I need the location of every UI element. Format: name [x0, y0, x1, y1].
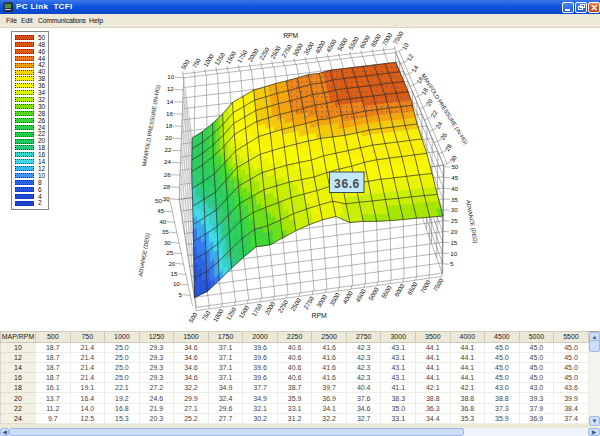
svg-text:36.6: 36.6 — [334, 177, 360, 191]
svg-text:20: 20 — [168, 260, 175, 267]
svg-text:20: 20 — [451, 228, 458, 235]
svg-text:10: 10 — [450, 250, 457, 257]
svg-text:750: 750 — [200, 309, 212, 322]
svg-text:1000: 1000 — [202, 52, 215, 68]
svg-text:3500: 3500 — [328, 291, 341, 307]
svg-text:20: 20 — [165, 134, 172, 141]
svg-text:1250: 1250 — [224, 305, 237, 321]
svg-text:10: 10 — [173, 280, 180, 287]
svg-text:2250: 2250 — [276, 298, 289, 314]
svg-text:1250: 1250 — [213, 51, 226, 67]
svg-text:2750: 2750 — [280, 43, 293, 59]
svg-text:35: 35 — [162, 228, 169, 235]
svg-text:RPM: RPM — [283, 32, 298, 39]
svg-text:750: 750 — [191, 56, 203, 69]
svg-text:5000: 5000 — [367, 286, 380, 302]
svg-text:7500: 7500 — [431, 277, 444, 293]
svg-text:25: 25 — [166, 249, 173, 256]
svg-text:10: 10 — [167, 73, 174, 80]
svg-text:1750: 1750 — [235, 48, 248, 64]
svg-text:24: 24 — [164, 158, 171, 165]
svg-text:500: 500 — [187, 311, 199, 324]
svg-text:45: 45 — [157, 207, 164, 214]
svg-text:50: 50 — [155, 197, 162, 204]
svg-text:26: 26 — [164, 171, 171, 178]
svg-text:5500: 5500 — [347, 35, 360, 51]
svg-text:16: 16 — [166, 110, 173, 117]
svg-text:6500: 6500 — [406, 280, 419, 296]
svg-text:40: 40 — [159, 218, 166, 225]
svg-text:6000: 6000 — [393, 282, 406, 298]
svg-text:4500: 4500 — [324, 38, 337, 54]
svg-text:1500: 1500 — [224, 49, 237, 65]
svg-text:50: 50 — [451, 163, 458, 170]
svg-text:15: 15 — [171, 270, 178, 277]
svg-text:2500: 2500 — [269, 44, 282, 60]
svg-text:2750: 2750 — [302, 295, 315, 311]
svg-text:40: 40 — [451, 185, 458, 192]
svg-text:3000: 3000 — [315, 293, 328, 309]
svg-text:4000: 4000 — [313, 39, 326, 55]
svg-text:5: 5 — [450, 260, 454, 267]
svg-text:3000: 3000 — [291, 42, 304, 58]
svg-text:25: 25 — [451, 217, 458, 224]
svg-text:MANIFOLD PRESSURE (IN-HG): MANIFOLD PRESSURE (IN-HG) — [141, 84, 161, 166]
svg-text:2250: 2250 — [258, 45, 271, 61]
svg-text:500: 500 — [179, 58, 191, 71]
svg-text:ADVANCE (DEG): ADVANCE (DEG) — [137, 232, 151, 277]
svg-text:1000: 1000 — [211, 307, 224, 323]
svg-text:14: 14 — [166, 98, 173, 105]
svg-text:RPM: RPM — [312, 312, 327, 319]
svg-text:18: 18 — [166, 122, 173, 129]
svg-text:7000: 7000 — [380, 31, 393, 47]
svg-text:4500: 4500 — [354, 287, 367, 303]
svg-text:2000: 2000 — [246, 47, 259, 63]
svg-text:30: 30 — [451, 206, 458, 213]
svg-text:15: 15 — [450, 239, 457, 246]
svg-text:3500: 3500 — [302, 40, 315, 56]
svg-text:4000: 4000 — [341, 289, 354, 305]
svg-text:2000: 2000 — [263, 300, 276, 316]
svg-text:5000: 5000 — [336, 36, 349, 52]
svg-text:1500: 1500 — [237, 304, 250, 320]
svg-text:1750: 1750 — [250, 302, 263, 318]
svg-text:12: 12 — [167, 85, 174, 92]
svg-text:5: 5 — [179, 291, 183, 298]
svg-text:6500: 6500 — [369, 32, 382, 48]
svg-text:28: 28 — [163, 183, 170, 190]
svg-text:35: 35 — [451, 196, 458, 203]
svg-text:30: 30 — [164, 239, 171, 246]
svg-text:7000: 7000 — [419, 278, 432, 294]
svg-text:2500: 2500 — [289, 296, 302, 312]
svg-text:45: 45 — [451, 174, 458, 181]
svg-text:22: 22 — [165, 146, 172, 153]
svg-text:5500: 5500 — [380, 284, 393, 300]
svg-text:ADVANCE (DEG): ADVANCE (DEG) — [465, 199, 479, 244]
svg-text:6000: 6000 — [358, 34, 371, 50]
